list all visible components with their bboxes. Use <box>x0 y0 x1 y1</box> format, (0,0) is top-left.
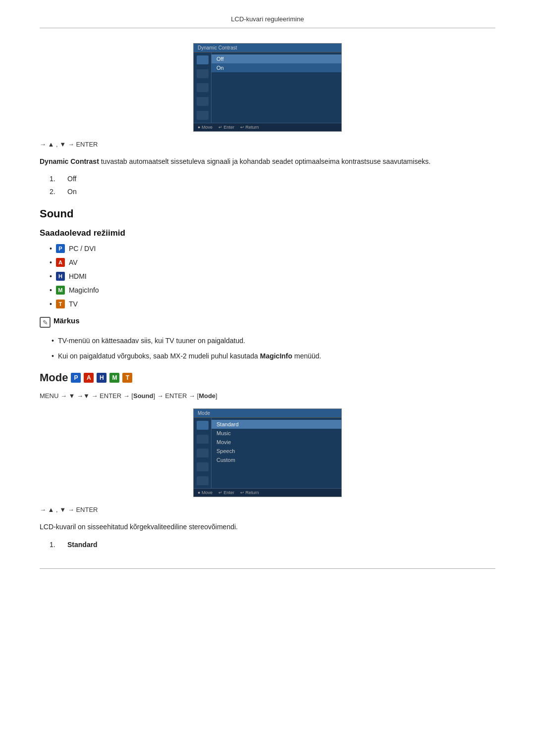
page-title: LCD-kuvari reguleerimine <box>231 15 304 23</box>
bullet-dot-5: • <box>50 300 52 308</box>
mode-badge-t: T <box>122 373 132 383</box>
bullet-dot-1: • <box>50 245 52 252</box>
footer-return: ↩ Return <box>240 125 259 130</box>
mode-menu-content: Standard Music Movie Speech Custom <box>212 418 341 488</box>
mode-sidebar-icon-4 <box>197 462 209 471</box>
badge-t: T <box>56 300 65 308</box>
page-header: LCD-kuvari reguleerimine <box>40 15 495 28</box>
mode-hdmi-label: HDMI <box>69 272 87 280</box>
mode-menu-path: MENU → ▼ →▼ → ENTER → [Sound] → ENTER → … <box>40 392 495 400</box>
mode-item-custom: Custom <box>212 455 341 464</box>
mode-item-movie: Movie <box>212 438 341 447</box>
mode-badge-p: P <box>71 373 81 383</box>
nav-arrow-2: → ▲ , ▼ → ENTER <box>40 506 495 513</box>
note-bullets: TV-menüü on kättesaadav siis, kui TV tuu… <box>52 336 495 361</box>
sidebar-icon-4 <box>197 97 209 106</box>
option-off-val: Off <box>67 175 76 183</box>
option-on: 2. On <box>50 188 495 196</box>
available-modes-heading: Saadaolevad režiimid <box>40 228 495 238</box>
option-on-num: 2. <box>50 188 59 196</box>
mode-sidebar-icon-2 <box>197 435 209 444</box>
magicinfo-bold: MagicInfo <box>260 352 292 360</box>
page-container: LCD-kuvari reguleerimine Dynamic Contras… <box>0 0 535 584</box>
mode-sidebar-icon-1 <box>197 421 209 430</box>
note-bullet-1-text: TV-menüü on kättesaadav siis, kui TV tuu… <box>58 336 245 346</box>
mode-magicinfo-label: MagicInfo <box>69 286 99 294</box>
mode-heading-text: Mode <box>40 371 68 384</box>
menu-sidebar <box>194 52 212 123</box>
menu-box-body: Off On <box>194 52 341 123</box>
mode-footer-return: ↩ Return <box>240 490 259 495</box>
mode-option-standard: 1. Standard <box>50 541 495 549</box>
mode-badge-h: H <box>97 373 107 383</box>
note-bullet-2-text: Kui on paigaldatud võrguboks, saab MX-2 … <box>58 351 321 361</box>
menu-item-off: Off <box>212 54 341 63</box>
menu-box-title: Dynamic Contrast <box>194 44 341 52</box>
sound-modes-list: • P PC / DVI • A AV • H HDMI • M MagicIn… <box>50 244 495 308</box>
note-bullet-2: Kui on paigaldatud võrguboks, saab MX-2 … <box>52 351 495 361</box>
note-bullet-1: TV-menüü on kättesaadav siis, kui TV tuu… <box>52 336 495 346</box>
bullet-dot-3: • <box>50 272 52 280</box>
menu-item-on: On <box>212 63 341 72</box>
menu-path-mode: Mode <box>199 392 215 400</box>
mode-option-standard-num: 1. <box>50 541 59 549</box>
mode-item-standard: Standard <box>212 420 341 429</box>
mode-footer-enter: ↵ Enter <box>218 490 234 495</box>
option-off: 1. Off <box>50 175 495 183</box>
bullet-dot-2: • <box>50 258 52 266</box>
badge-p: P <box>56 244 65 253</box>
mode-menu-sidebar <box>194 418 212 488</box>
mode-badge-a: A <box>84 373 94 383</box>
dynamic-contrast-bold: Dynamic Contrast <box>40 157 99 165</box>
menu-content: Off On <box>212 52 341 123</box>
mode-magicinfo: • M MagicInfo <box>50 286 495 295</box>
mode-hdmi: • H HDMI <box>50 272 495 281</box>
menu-box-footer: ● Move ↵ Enter ↩ Return <box>194 123 341 131</box>
nav-arrow-1: → ▲ , ▼ → ENTER <box>40 141 495 148</box>
mode-options: 1. Standard <box>50 541 495 549</box>
sidebar-icon-3 <box>197 83 209 92</box>
mode-menu-box-body: Standard Music Movie Speech Custom <box>194 418 341 488</box>
mode-menu-box-title: Mode <box>194 409 341 418</box>
menu-path-sound: Sound <box>133 392 153 400</box>
mode-av-label: AV <box>69 258 78 266</box>
mode-item-speech: Speech <box>212 447 341 455</box>
mode-tv-label: TV <box>69 300 78 308</box>
mode-footer-move: ● Move <box>198 490 213 495</box>
mode-heading-row: Mode P A H M T <box>40 371 495 384</box>
mode-menu-box-footer: ● Move ↵ Enter ↩ Return <box>194 488 341 497</box>
option-on-val: On <box>67 188 77 196</box>
sidebar-icon-2 <box>197 69 209 78</box>
dynamic-contrast-screenshot: Dynamic Contrast Off On ● Move ↵ Enter ↩… <box>40 43 495 132</box>
mode-description: LCD-kuvaril on sisseehitatud kõrgekvalit… <box>40 521 495 532</box>
note-icon: ✎ <box>40 317 51 328</box>
mode-sidebar-icon-5 <box>197 476 209 485</box>
page-footer <box>40 568 495 569</box>
mode-menu-box: Mode Standard Music Movie Speech Custom <box>193 408 342 497</box>
mode-tv: • T TV <box>50 300 495 308</box>
mode-item-music: Music <box>212 429 341 438</box>
note-box: ✎ Märkus <box>40 316 495 328</box>
mode-pc-dvi: • P PC / DVI <box>50 244 495 253</box>
mode-pc-dvi-label: PC / DVI <box>69 245 96 252</box>
dynamic-contrast-description: Dynamic Contrast tuvastab automaatselt s… <box>40 156 495 167</box>
footer-move: ● Move <box>198 125 213 130</box>
dynamic-contrast-menu-box: Dynamic Contrast Off On ● Move ↵ Enter ↩… <box>193 43 342 132</box>
sidebar-icon-5 <box>197 111 209 120</box>
note-heading: Märkus <box>54 316 80 325</box>
option-off-num: 1. <box>50 175 59 183</box>
mode-screenshot: Mode Standard Music Movie Speech Custom <box>40 408 495 497</box>
mode-option-standard-val: Standard <box>67 541 98 549</box>
badge-h: H <box>56 272 65 281</box>
badge-a: A <box>56 258 65 267</box>
mode-sidebar-icon-3 <box>197 449 209 457</box>
bullet-dot-4: • <box>50 286 52 294</box>
badge-m: M <box>56 286 65 295</box>
footer-enter: ↵ Enter <box>218 125 234 130</box>
sidebar-icon-1 <box>197 55 209 64</box>
dynamic-contrast-desc-text: tuvastab automaatselt sissetuleva signaa… <box>101 157 430 165</box>
mode-badge-m: M <box>109 373 119 383</box>
mode-av: • A AV <box>50 258 495 267</box>
dynamic-contrast-options: 1. Off 2. On <box>50 175 495 196</box>
sound-section-heading: Sound <box>40 207 495 220</box>
